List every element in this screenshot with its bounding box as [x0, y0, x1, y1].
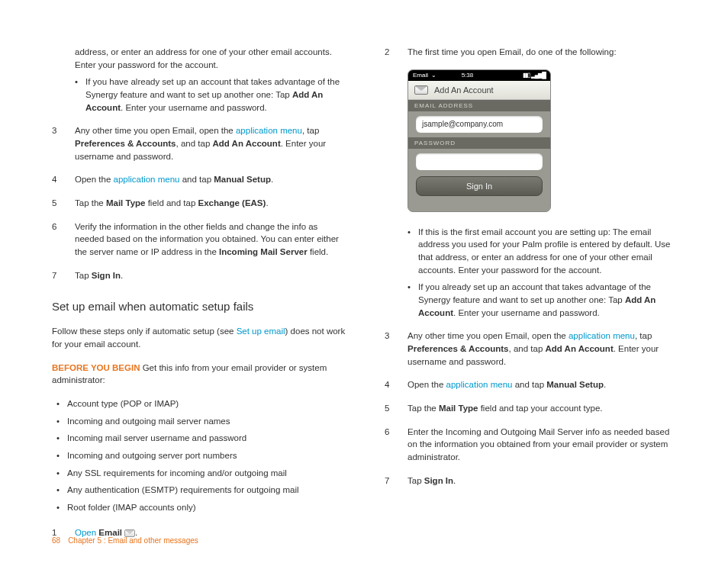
- envelope-icon: [414, 85, 428, 95]
- chapter-label: Chapter 5 : Email and other messages: [68, 536, 198, 545]
- right-column: 2 The first time you open Email, do one …: [385, 46, 681, 549]
- bullet-item: • If you have already set up an account …: [52, 76, 348, 114]
- phone-header: Add An Account: [408, 81, 550, 100]
- step-4-r: 4 Open the application menu and tap Manu…: [385, 378, 681, 391]
- step-2: 2 The first time you open Email, do one …: [385, 46, 681, 59]
- application-menu-link[interactable]: application menu: [569, 331, 635, 340]
- list-item: •Incoming and outgoing mail server names: [52, 415, 348, 428]
- list-item: •Account type (POP or IMAP): [52, 397, 348, 410]
- application-menu-link[interactable]: application menu: [236, 126, 302, 135]
- page-number: 68: [52, 536, 60, 545]
- step-6-r: 6 Enter the Incoming and Outgoing Mail S…: [385, 426, 681, 464]
- continuation-text: address, or enter an address for one of …: [52, 46, 348, 71]
- step-6: 6 Verify the information in the other fi…: [52, 220, 348, 259]
- step-3: 3 Any other time you open Email, open th…: [52, 124, 348, 162]
- wifi-icon: ⌄: [431, 72, 436, 79]
- phone-screenshot: Email ⌄ 5:38 ▮▮▯ ▂▄▆█ Add An Account EMA…: [407, 69, 551, 212]
- intro-paragraph: Follow these steps only if automatic set…: [52, 325, 348, 350]
- application-menu-link[interactable]: application menu: [446, 380, 513, 389]
- list-item: •Incoming and outgoing server port numbe…: [52, 449, 348, 462]
- page-footer: 68Chapter 5 : Email and other messages: [52, 536, 198, 545]
- before-you-begin: BEFORE YOU BEGIN Get this info from your…: [52, 362, 348, 387]
- step-5: 5 Tap the Mail Type field and tap Exchan…: [52, 197, 348, 210]
- password-label: PASSWORD: [408, 137, 550, 149]
- signal-icon: ▮▮▯ ▂▄▆█: [523, 72, 546, 79]
- setup-email-link[interactable]: Set up email: [237, 327, 285, 336]
- step-4: 4 Open the application menu and tap Manu…: [52, 173, 348, 186]
- step-7: 7 Tap Sign In.: [52, 269, 348, 282]
- list-item: •Any SSL requirements for incoming and/o…: [52, 467, 348, 480]
- bullet-item: • If you already set up an account that …: [385, 281, 681, 319]
- step-7-r: 7 Tap Sign In.: [385, 475, 681, 487]
- open-link[interactable]: Open: [75, 528, 96, 537]
- password-field[interactable]: [416, 153, 543, 170]
- page-body: address, or enter an address for one of …: [0, 0, 728, 563]
- list-item: •Any authentication (ESMTP) requirements…: [52, 484, 348, 497]
- bullet-item: • If this is the first email account you…: [385, 226, 681, 277]
- status-time: 5:38: [462, 72, 474, 79]
- email-field[interactable]: jsample@company.com: [416, 116, 543, 133]
- list-item: •Root folder (IMAP accounts only): [52, 501, 348, 514]
- section-heading: Set up email when automatic setup fails: [52, 300, 348, 313]
- list-item: •Incoming mail server username and passw…: [52, 432, 348, 445]
- step-3-r: 3 Any other time you open Email, open th…: [385, 330, 681, 368]
- phone-status-bar: Email ⌄ 5:38 ▮▮▯ ▂▄▆█: [408, 70, 550, 81]
- left-column: address, or enter an address for one of …: [52, 46, 348, 549]
- application-menu-link[interactable]: application menu: [114, 175, 180, 184]
- sign-in-button[interactable]: Sign In: [416, 176, 543, 196]
- step-5-r: 5 Tap the Mail Type field and tap your a…: [385, 402, 681, 415]
- email-label: EMAIL ADDRESS: [408, 100, 550, 111]
